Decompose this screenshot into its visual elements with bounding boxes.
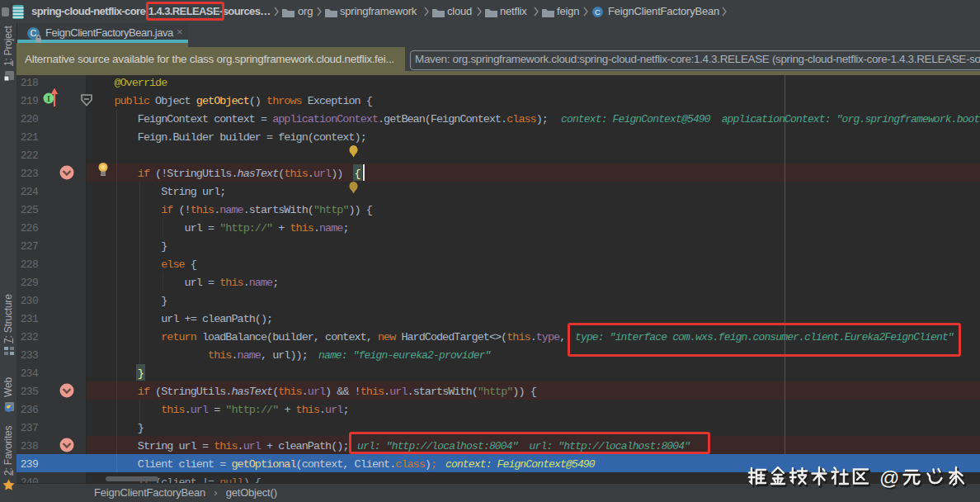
svg-text:I: I: [47, 94, 50, 103]
svg-text:@: @: [879, 466, 899, 489]
